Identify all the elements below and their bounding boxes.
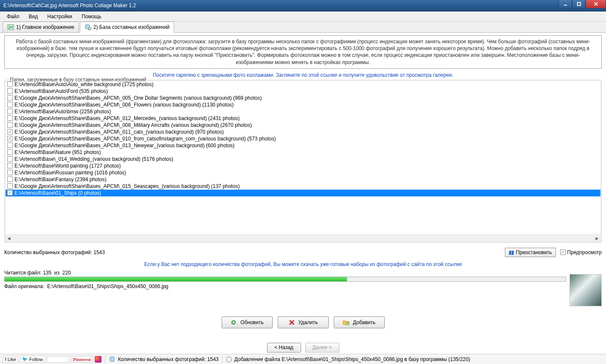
database-icon	[109, 356, 116, 363]
list-item[interactable]: E:\Google Диск\ArtensoftShare\Bases_APCM…	[6, 135, 600, 142]
list-item[interactable]: E:\Artensoft\Base\_014_Wedding_(various …	[6, 156, 600, 162]
tab-label: 2) База составных изображений	[93, 24, 169, 30]
refresh-icon	[230, 319, 237, 326]
folder-list-group: Папки, загруженные в базу составных мини…	[4, 80, 602, 243]
menu-file[interactable]: Файл	[3, 12, 24, 21]
folder-path-label: E:\Artensoft\Base\Auto\bmw (2258 photos)	[14, 109, 111, 115]
folder-path-label: E:\Artensoft\Base\Nature (951 photos)	[14, 149, 101, 155]
menu-view[interactable]: Вид	[25, 12, 42, 21]
pause-label: Приостановить	[516, 249, 552, 255]
checkbox-icon[interactable]	[7, 156, 13, 162]
pause-button[interactable]: ▮▮ Приостановить	[505, 248, 556, 257]
window-controls	[558, 0, 606, 8]
folder-path-label: E:\Artensoft\Base\01_Ships (0 photos)	[14, 190, 101, 196]
tab-main-image[interactable]: 1) Главное изображение	[3, 22, 79, 33]
list-item[interactable]: E:\Artensoft\Base\Auto\Ford (535 photos)	[6, 88, 600, 95]
checkbox-icon[interactable]	[7, 88, 13, 94]
checkbox-icon[interactable]	[7, 95, 13, 101]
reading-file-label: Читается файл: 135 из 220	[4, 270, 602, 276]
image-icon	[7, 24, 14, 31]
checkbox-icon[interactable]	[7, 136, 13, 141]
close-button[interactable]	[586, 0, 606, 8]
minimize-button[interactable]	[558, 0, 572, 8]
folder-path-label: E:\Google Диск\ArtensoftShare\Bases_APCM…	[14, 95, 262, 101]
checkbox-icon[interactable]	[7, 129, 13, 134]
separator	[222, 356, 223, 363]
pause-icon: ▮▮	[509, 249, 514, 255]
instagram-icon[interactable]	[95, 356, 101, 363]
titlebar: E:\Artensoft\Cat\Cat.jpg Artensoft Photo…	[0, 0, 606, 11]
add-button[interactable]: Добавить	[334, 316, 385, 328]
twitter-follow-button[interactable]: 🐦Follow	[20, 356, 45, 363]
tab-database[interactable]: 2) База составных изображений	[80, 22, 174, 33]
pinterest-button[interactable]: Pinterest	[71, 356, 93, 363]
original-file-label: Файл оригинала: E:\Artensoft\Base\01_Shi…	[4, 283, 566, 289]
spinner-icon	[226, 356, 232, 362]
maximize-button[interactable]	[572, 0, 586, 8]
list-item[interactable]: E:\Google Диск\ArtensoftShare\Bases_APCM…	[6, 95, 600, 101]
menubar: Файл Вид Настройки Помощь	[0, 11, 606, 22]
checkbox-icon[interactable]	[7, 190, 13, 196]
checkbox-icon[interactable]	[7, 122, 13, 128]
selected-photos-count: Количество выбранных фотографий: 1543	[4, 249, 105, 255]
checkbox-icon[interactable]	[7, 163, 13, 168]
delete-icon	[288, 319, 295, 326]
list-item[interactable]: E:\Google Диск\ArtensoftShare\Bases_APCM…	[6, 101, 600, 108]
folder-path-label: E:\Artensoft\Base\Auto\Ford (535 photos)	[14, 88, 108, 94]
checkbox-icon[interactable]	[7, 170, 13, 175]
window-title: E:\Artensoft\Cat\Cat.jpg Artensoft Photo…	[3, 3, 136, 8]
scroll-left-icon[interactable]: ◄	[6, 235, 12, 242]
status-adding-file: Добавление файла E:\Artensoft\Base\01_Sh…	[226, 356, 470, 362]
list-item[interactable]: E:\Artensoft\Base\Auto\bmw (2258 photos)	[6, 108, 600, 115]
menu-settings[interactable]: Настройки	[43, 12, 76, 21]
menu-help[interactable]: Помощь	[77, 12, 105, 21]
checkbox-icon[interactable]	[560, 249, 566, 255]
list-item[interactable]: E:\Google Диск\ArtensoftShare\Bases_APCM…	[6, 115, 600, 122]
list-item[interactable]: E:\Artensoft\Base\World painting (1727 p…	[6, 162, 600, 169]
list-item[interactable]: E:\Artensoft\Base\01_Ships (0 photos)	[6, 190, 600, 196]
action-buttons: Обновить Удалить Добавить	[4, 316, 602, 328]
download-sets-link[interactable]: Если у Вас нет подходящего количества фо…	[4, 261, 602, 267]
scroll-right-icon[interactable]: ►	[594, 235, 600, 242]
horizontal-scrollbar[interactable]: ◄ ►	[6, 235, 600, 241]
list-item[interactable]: E:\Google Диск\ArtensoftShare\Bases_APCM…	[6, 129, 600, 135]
list-item[interactable]: E:\Artensoft\Base\Fantasy (2394 photos)	[6, 176, 600, 183]
checkbox-icon[interactable]	[7, 115, 13, 121]
folder-path-label: E:\Artensoft\Base\Fantasy (2394 photos)	[14, 176, 107, 182]
list-item[interactable]: E:\Artensoft\Base\Russian painting (1016…	[6, 169, 600, 176]
delete-button[interactable]: Удалить	[278, 316, 329, 328]
list-item[interactable]: E:\Google Диск\ArtensoftShare\Bases_APCM…	[6, 122, 600, 129]
checkbox-icon[interactable]	[7, 81, 13, 87]
facebook-like-button[interactable]: fLike	[3, 356, 18, 363]
list-item[interactable]: E:\Artensoft\Base\Nature (951 photos)	[6, 149, 600, 156]
preview-label: Предпросмотр	[567, 249, 602, 255]
progress-fill	[5, 277, 347, 281]
checkbox-icon[interactable]	[7, 109, 13, 114]
folder-list[interactable]: E:\Artensoft\Base\Auto\Auto_white backgr…	[5, 81, 601, 242]
checkbox-icon[interactable]	[7, 102, 13, 107]
next-button: Далее >	[305, 343, 339, 353]
checkbox-icon[interactable]	[7, 143, 13, 148]
list-item[interactable]: E:\Google Диск\ArtensoftShare\Bases_APCM…	[6, 183, 600, 190]
back-button[interactable]: < Назад	[267, 343, 301, 353]
list-item[interactable]: E:\Google Диск\ArtensoftShare\Bases_APCM…	[6, 142, 600, 149]
preview-thumbnail	[569, 274, 602, 306]
folder-path-label: E:\Artensoft\Base\Auto\Auto_white backgr…	[14, 81, 154, 87]
folder-path-label: E:\Artensoft\Base\World painting (1727 p…	[14, 163, 121, 169]
checkbox-icon[interactable]	[7, 149, 13, 155]
preview-checkbox[interactable]: Предпросмотр	[560, 249, 602, 255]
svg-rect-1	[577, 2, 580, 5]
folder-path-label: E:\Google Диск\ArtensoftShare\Bases_APCM…	[14, 183, 240, 189]
folder-path-label: E:\Google Диск\ArtensoftShare\Bases_APCM…	[14, 129, 224, 135]
folder-path-label: E:\Artensoft\Base\_014_Wedding_(various …	[14, 156, 173, 162]
tab-label: 1) Главное изображение	[16, 24, 74, 30]
youtube-button[interactable]: YouTube	[47, 356, 69, 363]
refresh-button[interactable]: Обновить	[222, 316, 273, 328]
content-area: Работа с базой составных мини-изображени…	[0, 33, 606, 354]
checkbox-icon[interactable]	[7, 176, 13, 182]
instructions-box: Работа с базой составных мини-изображени…	[4, 35, 602, 69]
checkbox-icon[interactable]	[7, 183, 13, 189]
list-item[interactable]: E:\Artensoft\Base\Auto\Auto_white backgr…	[6, 81, 600, 88]
status-selected-count: Количество выбранных фотографий: 1543	[109, 356, 219, 363]
progress-bar	[4, 277, 566, 282]
